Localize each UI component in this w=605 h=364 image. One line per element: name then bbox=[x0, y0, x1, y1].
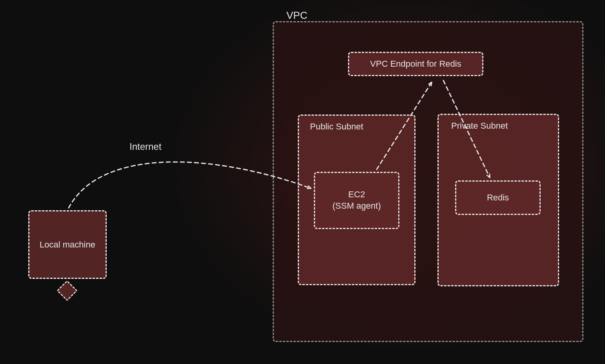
public-subnet-label: Public Subnet bbox=[310, 122, 363, 132]
local-machine-label: Local machine bbox=[40, 240, 95, 250]
ec2-label: EC2 (SSM agent) bbox=[332, 189, 381, 211]
vpc-endpoint-label: VPC Endpoint for Redis bbox=[370, 59, 461, 69]
redis-box: Redis bbox=[455, 180, 541, 215]
ec2-box: EC2 (SSM agent) bbox=[314, 172, 399, 229]
internet-label: Internet bbox=[129, 141, 161, 152]
private-subnet-label: Private Subnet bbox=[451, 121, 508, 131]
local-machine-diamond-icon bbox=[56, 280, 78, 301]
diagram-canvas: VPC VPC Endpoint for Redis Public Subnet… bbox=[0, 0, 605, 364]
vpc-label: VPC bbox=[286, 9, 307, 22]
local-machine-box: Local machine bbox=[28, 210, 107, 279]
vpc-endpoint-box: VPC Endpoint for Redis bbox=[348, 52, 483, 76]
redis-label: Redis bbox=[487, 193, 509, 203]
